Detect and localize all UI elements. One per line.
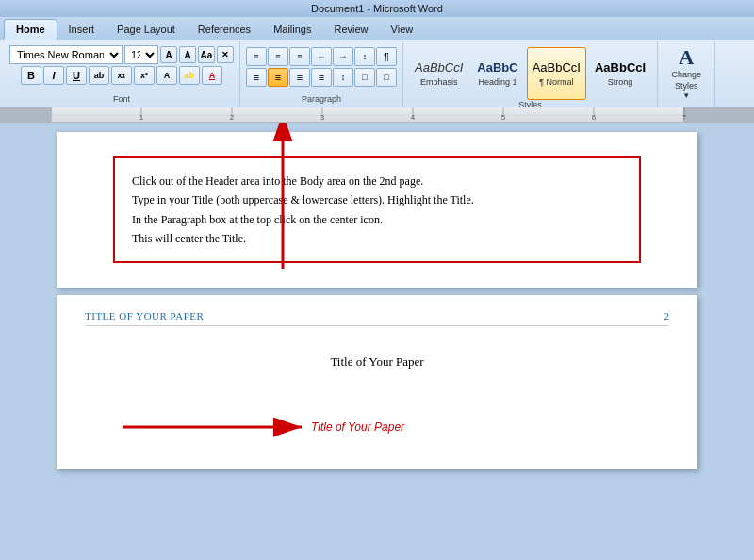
grow-font-button[interactable]: A [160, 46, 177, 63]
instruction-line-2: Type in your Title (both uppercase & low… [132, 190, 622, 209]
style-emphasis-label: Emphasis [420, 77, 458, 87]
tab-home[interactable]: Home [4, 19, 57, 40]
svg-text:3: 3 [320, 113, 325, 122]
style-strong-label: Strong [608, 77, 633, 87]
decrease-indent-button[interactable]: ← [311, 47, 332, 66]
svg-text:5: 5 [501, 113, 506, 122]
change-styles-group: A ChangeStyles ▼ . [658, 41, 715, 107]
instruction-line-4: This will center the Title. [132, 229, 622, 248]
svg-text:7: 7 [682, 113, 687, 122]
strikethrough-button[interactable]: ab [89, 66, 109, 85]
svg-text:1: 1 [139, 113, 144, 122]
font-group: Times New Roman 12 A A Aa ✕ B I U ab x₂ … [4, 41, 240, 107]
svg-text:6: 6 [592, 113, 597, 122]
page-number: 2 [664, 310, 670, 321]
justify-button[interactable]: ≡ [311, 68, 332, 87]
tab-review[interactable]: Review [322, 19, 379, 40]
numbering-button[interactable]: ≡ [268, 47, 288, 66]
align-left-button[interactable]: ≡ [246, 68, 267, 87]
increase-indent-button[interactable]: → [333, 47, 353, 66]
multilevel-button[interactable]: ≡ [289, 47, 310, 66]
shrink-font-button[interactable]: A [179, 46, 196, 63]
bullets-button[interactable]: ≡ [246, 47, 267, 66]
font-color-button[interactable]: A [202, 66, 222, 85]
instruction-line-1: Click out of the Header area into the Bo… [132, 172, 622, 190]
header-title-text: TITLE OF YOUR PAPER [85, 310, 204, 321]
shading-button[interactable]: □ [354, 68, 375, 87]
clear-format-button[interactable]: ✕ [217, 46, 234, 63]
paragraph-group-label: Paragraph [302, 94, 341, 106]
instruction-text: Click out of the Header area into the Bo… [132, 172, 622, 249]
highlight-color-button[interactable]: ab [179, 66, 200, 85]
tab-view[interactable]: View [380, 19, 425, 40]
styles-group: AaBbCcI Emphasis AaBbC Heading 1 AaBbCcI… [403, 41, 658, 107]
font-name-select[interactable]: Times New Roman [9, 45, 123, 64]
change-styles-button[interactable]: A ChangeStyles ▼ [664, 43, 709, 104]
superscript-button[interactable]: x² [134, 66, 155, 85]
font-group-label: Font [113, 94, 130, 106]
style-strong-preview: AaBbCcI [595, 60, 646, 75]
style-heading1[interactable]: AaBbC Heading 1 [471, 47, 523, 100]
paper-title: Title of Your Paper [85, 354, 669, 370]
instruction-line-3: In the Paragraph box at the top click on… [132, 210, 622, 229]
style-normal-preview: AaBbCcI [533, 60, 581, 75]
title-bar-text: Document1 - Microsoft Word [311, 3, 443, 14]
sort-button[interactable]: ↕ [354, 47, 375, 66]
title-arrow: Title of Your Paper [113, 404, 415, 451]
style-strong[interactable]: AaBbCcI Strong [589, 47, 651, 100]
subscript-button[interactable]: x₂ [111, 66, 132, 85]
font-size-select[interactable]: 12 [124, 45, 158, 64]
tab-mailings[interactable]: Mailings [262, 19, 322, 40]
svg-text:4: 4 [411, 113, 416, 122]
document-area: Click out of the Header area into the Bo… [0, 123, 754, 560]
bold-button[interactable]: B [21, 66, 41, 85]
ribbon-content: Times New Roman 12 A A Aa ✕ B I U ab x₂ … [0, 40, 754, 107]
change-case-button[interactable]: Aa [198, 46, 215, 63]
style-emphasis-preview: AaBbCcI [415, 60, 463, 75]
style-emphasis[interactable]: AaBbCcI Emphasis [409, 47, 468, 100]
show-hide-button[interactable]: ¶ [376, 47, 397, 66]
ribbon-tabs: Home Insert Page Layout References Maili… [0, 17, 754, 40]
border-button[interactable]: □ [376, 68, 397, 87]
svg-text:Title of Your Paper: Title of Your Paper [311, 420, 405, 434]
style-normal-label: ¶ Normal [539, 77, 573, 87]
svg-text:2: 2 [230, 113, 235, 122]
text-effect-button[interactable]: A [156, 66, 177, 85]
page-1: Click out of the Header area into the Bo… [57, 132, 697, 288]
paragraph-group: ≡ ≡ ≡ ← → ↕ ¶ ≡ ≡ ≡ ≡ ↕ □ □ [240, 41, 403, 107]
align-center-button[interactable]: ≡ [268, 68, 288, 87]
style-heading1-preview: AaBbC [477, 60, 517, 75]
tab-page-layout[interactable]: Page Layout [106, 19, 187, 40]
style-heading1-label: Heading 1 [478, 77, 516, 87]
svg-rect-1 [683, 107, 754, 123]
tab-references[interactable]: References [187, 19, 262, 40]
italic-button[interactable]: I [43, 66, 64, 85]
line-spacing-button[interactable]: ↕ [333, 68, 353, 87]
style-normal[interactable]: AaBbCcI ¶ Normal [527, 47, 586, 100]
page-2: TITLE OF YOUR PAPER 2 Title of Your Pape… [57, 295, 697, 469]
page-header: TITLE OF YOUR PAPER 2 [85, 310, 669, 326]
instruction-box: Click out of the Header area into the Bo… [113, 156, 641, 264]
underline-button[interactable]: U [66, 66, 87, 85]
ruler: 1 2 3 4 5 6 7 [0, 107, 754, 123]
align-right-button[interactable]: ≡ [289, 68, 310, 87]
title-bar: Document1 - Microsoft Word [0, 0, 754, 17]
tab-insert[interactable]: Insert [57, 19, 107, 40]
svg-rect-0 [0, 107, 52, 123]
